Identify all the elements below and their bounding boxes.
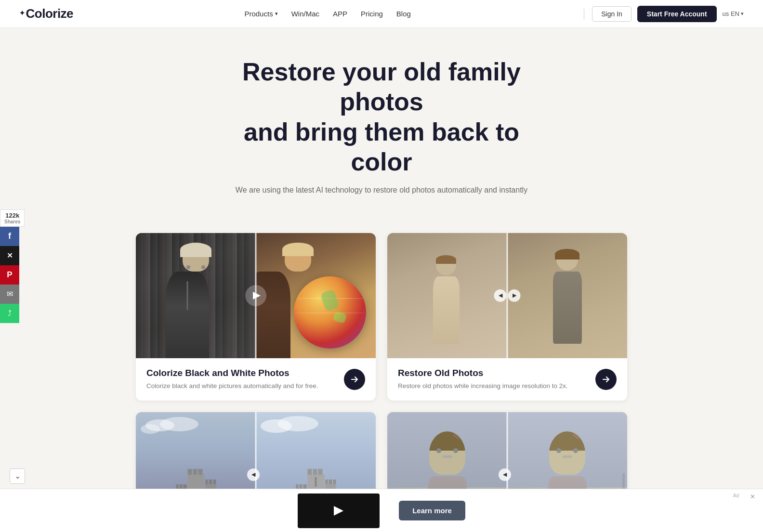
logo[interactable]: ✦ Colorize xyxy=(19,6,73,21)
castle-split-arrow[interactable]: ◀ xyxy=(247,468,260,481)
start-free-button[interactable]: Start Free Account xyxy=(637,6,717,22)
generic-share-button[interactable]: ⤴ xyxy=(0,304,19,323)
card-colorize-desc: Colorize black and white pictures automa… xyxy=(146,381,318,391)
nav-products[interactable]: Products ▾ xyxy=(244,10,277,18)
email-icon: ✉ xyxy=(7,289,13,298)
facebook-share-button[interactable]: f xyxy=(0,227,19,246)
card-colorize-info: Colorize Black and White Photos Colorize… xyxy=(136,358,376,401)
ad-video-player[interactable] xyxy=(298,493,380,528)
twitter-icon: ✕ xyxy=(7,251,13,260)
card-colorize-text: Colorize Black and White Photos Colorize… xyxy=(146,368,318,391)
card-restore-text: Restore Old Photos Restore old photos wh… xyxy=(398,368,568,391)
brand-name: Colorize xyxy=(26,6,74,21)
arrow-right-icon-2 xyxy=(602,375,610,384)
card-restore-arrow[interactable] xyxy=(595,369,617,390)
signin-button[interactable]: Sign In xyxy=(592,6,631,22)
chevron-down-icon-scroll: ⌄ xyxy=(14,472,21,480)
navbar: ✦ Colorize Products ▾ Win/Mac APP Pricin… xyxy=(0,0,763,28)
card-colorize-title: Colorize Black and White Photos xyxy=(146,368,318,378)
ad-label: Ad xyxy=(733,493,739,498)
nav-divider xyxy=(584,9,584,19)
pinterest-share-button[interactable]: P xyxy=(0,265,19,285)
card-restore: ◀ ▶ Restore Old Photos Restore old photo… xyxy=(387,233,627,401)
ad-banner: Learn more Ad ✕ xyxy=(0,489,763,532)
card-colorize-image xyxy=(136,233,376,358)
ad-learn-more-button[interactable]: Learn more xyxy=(399,501,465,520)
play-icon xyxy=(253,292,261,299)
ad-close-button[interactable]: ✕ xyxy=(750,493,755,500)
card-restore-desc: Restore old photos while increasing imag… xyxy=(398,381,568,391)
nav-right: Sign In Start Free Account us EN ▾ xyxy=(582,6,744,22)
split-left-arrow[interactable]: ◀ xyxy=(494,289,507,302)
card-restore-info: Restore Old Photos Restore old photos wh… xyxy=(387,358,627,401)
hero-section: Restore your old family photos and bring… xyxy=(0,28,763,233)
email-share-button[interactable]: ✉ xyxy=(0,285,19,304)
share-icon: ⤴ xyxy=(8,309,12,318)
logo-star: ✦ xyxy=(19,9,25,17)
chevron-down-icon: ▾ xyxy=(741,11,744,17)
arrow-right-icon xyxy=(350,375,359,384)
hero-subtitle: We are using the latest AI technology to… xyxy=(19,186,744,195)
facebook-icon: f xyxy=(8,231,11,241)
nav-pricing[interactable]: Pricing xyxy=(361,10,383,18)
hero-title: Restore your old family photos and bring… xyxy=(213,57,550,177)
card-colorize-arrow[interactable] xyxy=(344,369,365,390)
scroll-down-button[interactable]: ⌄ xyxy=(10,468,25,484)
card-restore-title: Restore Old Photos xyxy=(398,368,568,378)
ad-play-icon xyxy=(334,506,343,516)
social-sidebar: 122k Shares f ✕ P ✉ ⤴ xyxy=(0,209,25,323)
twitter-share-button[interactable]: ✕ xyxy=(0,246,19,265)
split-right-arrow[interactable]: ▶ xyxy=(508,289,521,302)
language-selector[interactable]: us EN ▾ xyxy=(723,10,744,17)
nav-app[interactable]: APP xyxy=(333,10,347,18)
pinterest-icon: P xyxy=(7,270,12,280)
card-colorize: Colorize Black and White Photos Colorize… xyxy=(136,233,376,401)
boy-split-arrow[interactable]: ◀ xyxy=(499,468,511,481)
play-button[interactable] xyxy=(245,285,266,306)
nav-blog[interactable]: Blog xyxy=(396,10,411,18)
share-count: 122k Shares xyxy=(0,209,25,227)
nav-winmac[interactable]: Win/Mac xyxy=(291,10,319,18)
product-cards-grid: Colorize Black and White Photos Colorize… xyxy=(117,233,646,532)
nav-links: Products ▾ Win/Mac APP Pricing Blog xyxy=(244,10,410,18)
chevron-down-icon: ▾ xyxy=(275,11,278,17)
card-restore-image: ◀ ▶ xyxy=(387,233,627,358)
